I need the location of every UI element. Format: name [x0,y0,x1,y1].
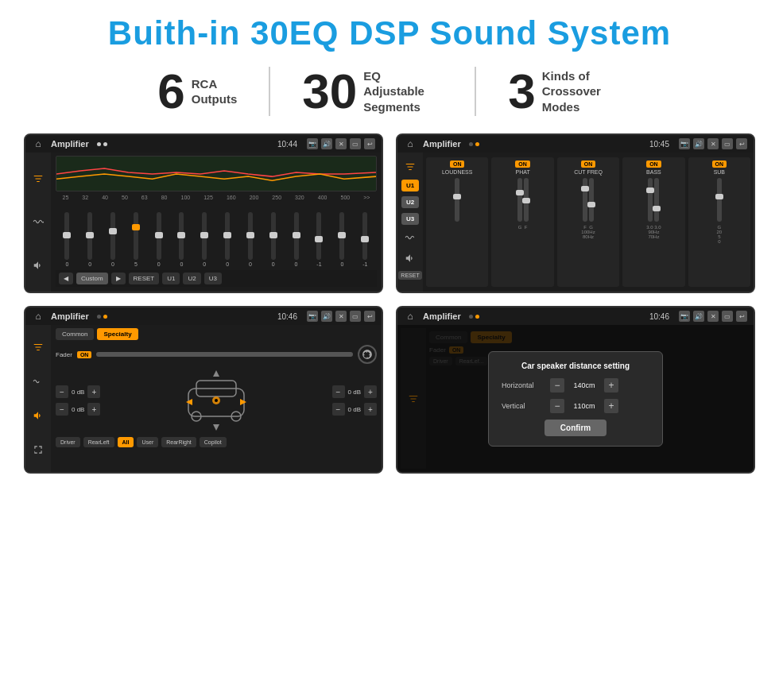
spk-speaker-icon[interactable] [30,408,46,423]
eq-sliders: 0 0 0 5 [56,203,377,267]
dist-horizontal-minus[interactable]: − [550,378,564,393]
amp-filter-icon[interactable] [402,159,418,175]
amp-modules: ON LOUDNESS ON PHAT [423,153,754,292]
dist-vertical-plus[interactable]: + [604,399,618,413]
eq-slider-11[interactable]: 0 [294,212,299,267]
dist-horizontal-plus[interactable]: + [604,378,618,393]
back-icon-4[interactable]: ↩ [736,311,747,322]
stat-rca-label: RCA Outputs [192,76,238,107]
spk-fader-on[interactable]: ON [77,351,92,358]
spk-expand-icon[interactable] [30,442,46,458]
eq-custom-button[interactable]: Custom [76,273,108,284]
spk-user-btn[interactable]: User [137,437,158,447]
spk-db-val-2: 0 dB [72,406,84,413]
spk-plus-2[interactable]: + [87,403,100,416]
spk-rearleft-btn[interactable]: RearLeft [83,437,114,447]
dot3 [469,142,473,146]
spk-wave-icon[interactable] [30,373,46,389]
eq-freq-labels: 25 32 40 50 63 80 100 125 160 200 250 32… [56,195,377,200]
spk-minus-2[interactable]: − [56,403,68,416]
eq-slider-3[interactable]: 0 [110,212,115,267]
volume-icon-4: 🔊 [693,311,704,322]
spk-plus-3[interactable]: + [364,385,377,398]
spk-minus-3[interactable]: − [332,385,345,398]
eq-slider-2[interactable]: 0 [87,212,92,267]
back-icon[interactable]: ↩ [364,138,375,149]
screen-speaker: ⌂ Amplifier 10:46 📷 🔊 ✕ ▭ ↩ [24,306,383,474]
spk-tab-common[interactable]: Common [56,328,94,340]
stat-eq: 30 EQ Adjustable Segments [270,67,476,116]
spk-filter-icon[interactable] [30,339,46,355]
eq-slider-1[interactable]: 0 [64,212,69,267]
spk-rearright-btn[interactable]: RearRight [161,437,196,447]
dist-vertical-minus[interactable]: − [550,399,564,413]
eq-speaker-icon[interactable] [30,257,46,273]
amp-sub-on[interactable]: ON [712,160,727,168]
stat-crossover: 3 Kinds of Crossover Modes [476,67,653,116]
main-title: Buith-in 30EQ DSP Sound System [24,14,755,52]
eq-u2-button[interactable]: U2 [183,273,200,284]
home-icon[interactable]: ⌂ [32,137,45,150]
spk-all-btn[interactable]: All [118,437,134,447]
spk-db-row-4: − 0 dB + [332,403,377,416]
back-icon-2[interactable]: ↩ [736,138,747,149]
eq-slider-14[interactable]: -1 [362,212,367,267]
amp-bass: ON BASS 3.0 3.090Hz70Hz [622,157,684,287]
spk-fader-row: Fader ON [56,345,377,364]
amp-cutfreq-on[interactable]: ON [581,160,596,168]
eq-slider-7[interactable]: 0 [202,212,207,267]
amp-bass-on[interactable]: ON [646,160,661,168]
spk-minus-4[interactable]: − [332,403,345,416]
eq-wave-icon[interactable] [30,214,46,230]
eq-slider-4[interactable]: 5 [134,212,138,267]
amp-loudness-label: LOUDNESS [442,169,473,175]
eq-slider-13[interactable]: 0 [339,212,344,267]
eq-slider-9[interactable]: 0 [248,212,253,267]
eq-u3-button[interactable]: U3 [204,273,222,284]
amp-phat-on[interactable]: ON [515,160,530,168]
spk-plus-1[interactable]: + [87,385,100,398]
eq-filter-icon[interactable] [30,171,46,187]
amp-loudness-on[interactable]: ON [450,160,465,168]
spk-copilot-btn[interactable]: Copilot [200,437,227,447]
home-icon-4[interactable]: ⌂ [404,310,417,323]
amp-u2-button[interactable]: U2 [401,196,419,208]
back-icon-3[interactable]: ↩ [364,311,375,322]
spk-driver-btn[interactable]: Driver [56,437,80,447]
eq-u1-button[interactable]: U1 [162,273,180,284]
svg-marker-6 [186,399,192,405]
amp-left-panel: U1 U2 U3 RESET [397,153,423,292]
spk-settings-icon[interactable] [358,345,377,364]
amp-wave-icon[interactable] [402,230,418,246]
dist-overlay: Car speaker distance setting Horizontal … [397,325,754,472]
spk-side-icons [25,325,51,472]
dot4 [475,142,479,146]
eq-reset-button[interactable]: RESET [129,273,160,284]
spk-minus-1[interactable]: − [56,385,68,398]
eq-prev-button[interactable]: ◀ [59,273,73,284]
eq-graph [56,156,377,191]
eq-slider-12[interactable]: -1 [316,212,321,267]
eq-slider-8[interactable]: 0 [225,212,230,267]
dist-confirm-button[interactable]: Confirm [545,420,607,436]
eq-slider-10[interactable]: 0 [271,212,276,267]
amp-speaker-icon[interactable] [402,250,418,266]
screen-spk-title: Amplifier [51,311,89,321]
amp-reset-button[interactable]: RESET [398,271,421,280]
close-icon-4: ✕ [707,311,719,322]
eq-slider-6[interactable]: 0 [179,212,184,267]
amp-u1-button[interactable]: U1 [401,180,419,191]
spk-tab-specialty[interactable]: Specialty [97,328,138,340]
eq-slider-5[interactable]: 0 [157,212,161,267]
home-icon-2[interactable]: ⌂ [404,137,417,150]
amp-phat: ON PHAT G F [491,157,553,287]
spk-fader-bar[interactable] [96,352,353,357]
spk-car-diagram [105,369,327,432]
amp-phat-label: PHAT [516,169,530,175]
amp-u3-button[interactable]: U3 [401,213,419,225]
spk-plus-4[interactable]: + [364,403,377,416]
close-icon: ✕ [335,138,347,149]
screen-amp-title: Amplifier [423,139,461,149]
eq-next-button[interactable]: ▶ [111,273,126,284]
home-icon-3[interactable]: ⌂ [32,310,45,323]
